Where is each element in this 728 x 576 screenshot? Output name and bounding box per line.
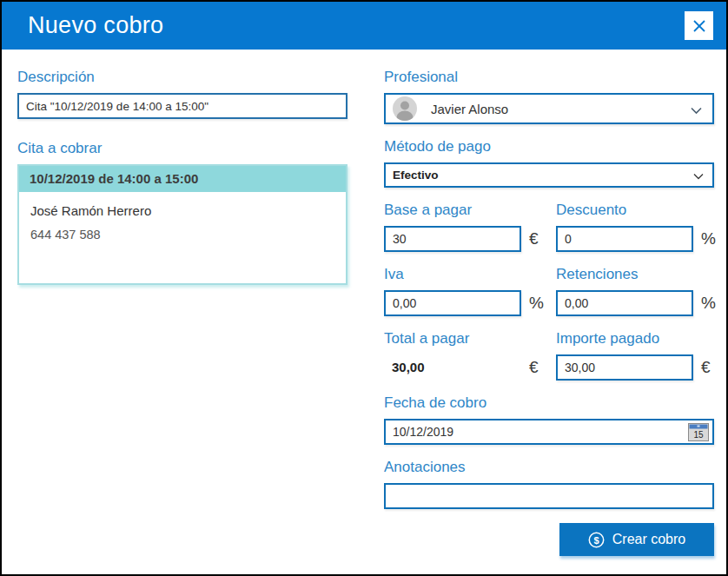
base-cell: Base a pagar € xyxy=(384,188,542,252)
total-cell: Total a pagar 30,00 € xyxy=(384,316,542,381)
descripcion-input[interactable] xyxy=(17,93,347,119)
calendar-picker-button[interactable]: 15 xyxy=(688,423,709,441)
dialog-title: Nuevo cobro xyxy=(28,12,163,39)
svg-text:$: $ xyxy=(593,534,599,545)
nuevo-cobro-dialog: Nuevo cobro Descripción Cita a cobrar 10… xyxy=(0,0,728,576)
close-button[interactable] xyxy=(685,11,713,40)
iva-retenciones-row: Iva % Retenciones % xyxy=(384,252,714,316)
anotaciones-input[interactable] xyxy=(384,483,714,509)
anotaciones-label: Anotaciones xyxy=(384,459,714,476)
crear-cobro-label: Crear cobro xyxy=(612,532,685,547)
dollar-circle-icon: $ xyxy=(588,532,605,548)
importe-cell: Importe pagado € xyxy=(556,316,714,381)
button-row: $ Crear cobro xyxy=(384,523,714,556)
metodo-pago-value: Efectivo xyxy=(393,169,439,182)
percent-symbol: % xyxy=(701,229,716,248)
descripcion-label: Descripción xyxy=(17,69,347,86)
calendar-icon: 15 xyxy=(688,423,709,441)
metodo-pago-select[interactable]: Efectivo xyxy=(384,162,714,188)
percent-symbol: % xyxy=(529,294,544,313)
fecha-input[interactable] xyxy=(384,419,714,445)
right-column: Profesional Javier Alonso xyxy=(384,60,714,556)
dialog-header: Nuevo cobro xyxy=(2,2,726,50)
iva-label: Iva xyxy=(384,266,542,283)
iva-input[interactable] xyxy=(384,290,521,316)
profesional-label: Profesional xyxy=(384,69,714,86)
fecha-field: 15 xyxy=(384,419,714,445)
cita-a-cobrar-label: Cita a cobrar xyxy=(17,140,347,157)
retenciones-input[interactable] xyxy=(556,290,693,316)
total-value: 30,00 xyxy=(384,354,521,381)
close-icon xyxy=(691,17,708,35)
euro-symbol: € xyxy=(529,358,539,377)
crear-cobro-button[interactable]: $ Crear cobro xyxy=(559,523,714,556)
total-label: Total a pagar xyxy=(384,330,542,348)
chevron-down-icon xyxy=(693,173,704,180)
client-name: José Ramón Herrero xyxy=(30,203,334,218)
profesional-value: Javier Alonso xyxy=(431,102,508,116)
base-input[interactable] xyxy=(384,226,521,252)
fecha-label: Fecha de cobro xyxy=(384,394,714,412)
avatar-icon xyxy=(393,96,417,121)
importe-pagado-input[interactable] xyxy=(556,354,693,381)
euro-symbol: € xyxy=(701,358,711,377)
iva-cell: Iva % xyxy=(384,252,542,316)
cita-card-body: José Ramón Herrero 644 437 588 xyxy=(19,192,346,253)
total-importe-row: Total a pagar 30,00 € Importe pagado € xyxy=(384,316,714,381)
svg-text:15: 15 xyxy=(693,430,704,440)
euro-symbol: € xyxy=(529,229,539,248)
retenciones-label: Retenciones xyxy=(556,266,714,283)
profesional-dropdown[interactable]: Javier Alonso xyxy=(384,93,714,124)
cita-card-header: 10/12/2019 de 14:00 a 15:00 xyxy=(19,166,346,192)
retenciones-cell: Retenciones % xyxy=(556,252,714,316)
percent-symbol: % xyxy=(701,294,716,313)
cita-card[interactable]: 10/12/2019 de 14:00 a 15:00 José Ramón H… xyxy=(17,164,347,285)
descuento-cell: Descuento % xyxy=(556,188,714,252)
metodo-pago-label: Método de pago xyxy=(384,138,714,156)
left-column: Descripción Cita a cobrar 10/12/2019 de … xyxy=(17,60,347,556)
importe-label: Importe pagado xyxy=(556,330,714,348)
descuento-input[interactable] xyxy=(556,226,693,252)
descuento-label: Descuento xyxy=(556,202,714,219)
chevron-down-icon xyxy=(691,107,702,115)
base-label: Base a pagar xyxy=(384,202,542,219)
dialog-body: Descripción Cita a cobrar 10/12/2019 de … xyxy=(2,50,726,556)
base-descuento-row: Base a pagar € Descuento % xyxy=(384,188,714,252)
client-phone: 644 437 588 xyxy=(30,228,334,242)
